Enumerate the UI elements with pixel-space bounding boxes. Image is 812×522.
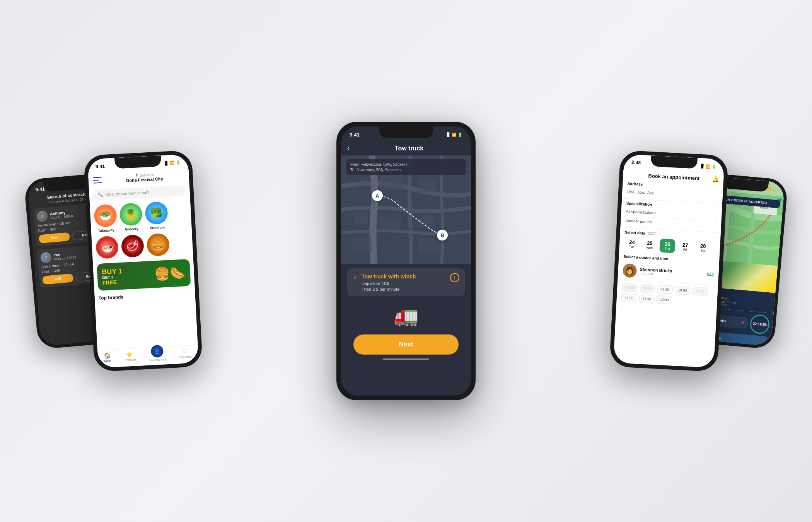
service-panel: ✓ Tow truck with winch Departure 10$ The… [341,264,471,367]
nav-favorites[interactable]: ♡ Favorites [179,348,192,361]
avatar-yen: Y [40,252,52,263]
food-rows: 🍜 🥩 🍔 [91,229,193,262]
nav-fooders-hub[interactable]: 👤 Fooders' Hub [148,349,167,362]
spec-chevron: › [716,214,717,218]
tow-truck-emoji: 🚛 [347,301,465,331]
promo-image: 🍔🌭 [154,265,186,281]
notch-3 [379,126,433,138]
home-icon: 🏠 [104,352,111,359]
tow-title: Tow truck [353,145,465,152]
phone-appointment: 2:48 ▊ 📶 🔋 Book an appointment 🔔 Address… [609,150,729,372]
category-img-premium: 🥦 [145,201,168,225]
category-premium[interactable]: 🥦 Premium [145,201,169,230]
info-button[interactable]: i [450,273,459,282]
x-icon: ✕ [741,320,745,326]
search-bar[interactable]: 🔍 What do you want to eat? [93,185,186,201]
svg-rect-3 [353,213,368,225]
doctor-info: Shennon Bricks therapist [640,267,672,277]
per-minute-price: Then 2 $ per minute [362,287,446,292]
promo-text: BUY 1 GET 1 FREE [102,267,123,286]
time-1030[interactable]: 10:30 [692,287,708,296]
deliver-to: 📍 Deliver to Doha Festival City [104,171,184,184]
time-4: 2:48 [631,160,641,165]
check-icon: ✓ [353,274,358,281]
avatar-anthony: A [36,210,48,222]
call-btn-2[interactable]: Call [42,273,74,285]
route-from: From: Folwarczna, 89/5, Szczecin [350,162,462,167]
category-label-grocery: Grocery [125,227,138,232]
heart-icon: ♡ [183,348,188,355]
status-icons-2: ▊ 📶 🔋 [165,160,181,165]
nav-premium[interactable]: ⭐ Premium [123,351,136,363]
date-28[interactable]: 28 Sat [695,241,711,255]
tow-map: From: Folwarczna, 89/5, Szczecin To: Jaw… [341,155,471,264]
chevron-icon: › [716,194,718,198]
food-img-1: 🍜 [96,235,119,259]
search-placeholder: What do you want to eat? [106,190,150,197]
category-img-takeaway: 🥗 [94,204,117,227]
time-3: 9:41 [350,132,360,138]
route-to: To: Jaworowa, 90A, Szczecin [350,168,462,172]
promo-free: FREE [102,278,123,286]
svg-rect-2 [418,179,436,192]
categories-grid: 🥗 Takeaway 🍍 Grocery 🥦 Premium [90,198,192,234]
doctor-avatar: 👩 [623,263,637,278]
food-nav: 🏠 Main ⭐ Premium 👤 Fooders' Hub ♡ Favori… [97,345,199,368]
category-img-grocery: 🍍 [119,203,143,226]
spec-section: Specialization All specializations › Ano… [620,198,722,233]
address-value: 1990 Dixon Ave [627,189,654,195]
date-row: 24 Tue 25 Wed 26 Thu 27 Fri 28 Sat [624,237,716,255]
service-info: Tow truck with winch Departure 10$ Then … [362,273,446,292]
time-1130[interactable]: 11:30 [639,294,655,304]
departure-price: Departure 10$ [362,281,446,286]
date-27[interactable]: 27 Fri [677,239,693,254]
time-1200[interactable]: 12:00 [656,295,672,304]
nav-main[interactable]: 🏠 Main [104,352,111,365]
time-grid: 08:30 09:00 09:30 10:00 10:30 11:00 11:3… [616,280,718,309]
time-2: 9:41 [96,164,105,169]
person-label: Another person [625,218,652,224]
food-img-3: 🍔 [146,233,170,256]
phone-tow-truck: 9:41 ▊ 📶 🔋 ‹ Tow truck [336,122,476,400]
service-option[interactable]: ✓ Tow truck with winch Departure 10$ The… [347,268,465,296]
time-1000[interactable]: 10:00 [674,286,691,295]
top-brands-title: Top brands [94,288,195,303]
pin-b: B [437,230,448,241]
svg-rect-7 [418,239,442,254]
menu-icon[interactable] [93,177,102,183]
phone-food: 9:41 ▊ 📶 🔋 📍 Deliver to Doha Festival Ci… [84,150,203,372]
year-label: 2022 [648,231,657,236]
category-grocery[interactable]: 🍍 Grocery [119,203,143,232]
route-info: From: Folwarczna, 89/5, Szczecin To: Jaw… [346,159,466,175]
star-icon: ⭐ [126,351,133,358]
svg-rect-1 [380,175,403,190]
timer-display: 22:18:56 [749,314,770,334]
time-0900[interactable]: 09:00 [639,284,655,293]
bell-icon[interactable]: 🔔 [712,176,719,183]
phone-appt-screen: 2:48 ▊ 📶 🔋 Book an appointment 🔔 Address… [613,154,725,368]
date-24[interactable]: 24 Tue [624,237,640,251]
svg-rect-4 [380,217,401,231]
phone-icon: 📞 [759,339,765,345]
status-icons-4: ▊ 📶 🔋 [701,164,717,169]
time-0930[interactable]: 09:30 [657,285,673,294]
svg-rect-6 [353,237,372,252]
back-button[interactable]: ‹ [347,144,350,152]
hub-icon: 👤 [151,345,164,358]
promo-buy: BUY 1 [102,267,123,275]
promo-banner[interactable]: BUY 1 GET 1 FREE 🍔🌭 [97,259,191,291]
date-26-active[interactable]: 26 Thu [659,239,676,253]
time-0830[interactable]: 08:30 [622,283,638,292]
search-icon: 🔍 [98,192,104,198]
category-label-premium: Premium [150,225,165,230]
call-btn-1[interactable]: Call [39,232,70,244]
date-25[interactable]: 25 Wed [641,237,658,252]
time-1100[interactable]: 11:00 [621,293,637,303]
doctor-price: $45 [707,272,714,277]
home-indicator [383,358,429,360]
service-name: Tow truck with winch [362,273,446,280]
next-button[interactable]: Next [353,334,459,355]
category-takeaway[interactable]: 🥗 Takeaway [94,204,118,233]
spec-value: All specializations [626,209,656,215]
category-label-takeaway: Takeaway [98,228,114,233]
